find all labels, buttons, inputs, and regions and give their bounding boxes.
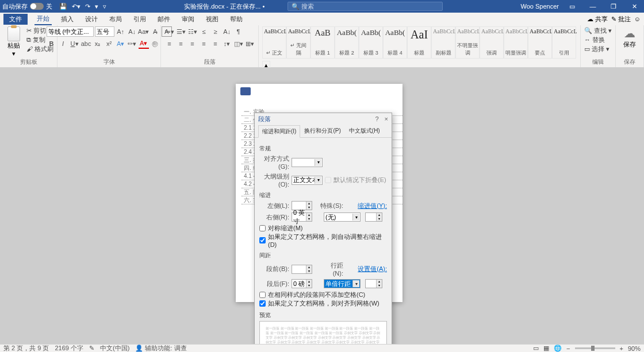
dialog-close-icon[interactable]: × [385, 115, 388, 122]
tab-view[interactable]: 视图 [204, 14, 221, 25]
increase-indent-icon[interactable]: ≥ [210, 26, 221, 37]
line-spacing-combo[interactable]: 单倍行距▾ [324, 279, 361, 288]
tab-layout[interactable]: 布局 [107, 14, 124, 25]
style-item-3[interactable]: AaBb(标题 2 [335, 26, 359, 59]
style-item-10[interactable]: AaBbCcL明显强调 [504, 26, 528, 59]
style-item-1[interactable]: AaBbCcL↵ 无间隔 [286, 26, 310, 59]
align-center-icon[interactable]: ≡ [176, 38, 186, 49]
indent-by-spin[interactable]: ▴▾ [365, 212, 382, 222]
auto-adjust-indent-checkbox[interactable]: 如果定义了文档网格，则自动调整右缩进(D) [259, 233, 387, 248]
focus-view-icon[interactable]: ▭ [533, 345, 539, 352]
font-color-icon[interactable]: A▾ [139, 38, 149, 49]
qat-more-icon[interactable]: ▾ [95, 3, 98, 10]
zoom-in-icon[interactable]: + [620, 345, 623, 352]
justify-icon[interactable]: ≡ [199, 38, 209, 49]
decrease-indent-icon[interactable]: ≤ [199, 26, 209, 37]
at-spin[interactable]: ▴▾ [365, 279, 382, 288]
bold-icon[interactable]: B [47, 38, 57, 49]
mirror-indent-checkbox[interactable]: 对称缩进(M) [259, 224, 387, 233]
zoom-level[interactable]: 90% [628, 345, 641, 352]
dialog-tab-indent[interactable]: 缩进和间距(I) [258, 125, 300, 138]
user-name[interactable]: Woo Spencer [521, 3, 559, 10]
tab-design[interactable]: 设计 [83, 14, 100, 25]
tab-help[interactable]: 帮助 [228, 14, 245, 25]
dialog-help-icon[interactable]: ? [375, 115, 378, 122]
text-effects-icon[interactable]: A▾ [116, 38, 126, 49]
style-item-12[interactable]: AaBbCcL引用 [552, 26, 576, 59]
collapse-checkbox[interactable]: 默认情况下折叠(E) [325, 176, 386, 184]
style-item-4[interactable]: AaBb(标题 3 [359, 26, 383, 59]
style-item-5[interactable]: AaBb(标题 4 [383, 26, 407, 59]
align-left-icon[interactable]: ≡ [164, 38, 175, 49]
redo-icon[interactable]: ↷ [85, 3, 90, 10]
tab-insert[interactable]: 插入 [59, 14, 76, 25]
undo-icon[interactable]: ↶▾ [72, 3, 80, 10]
save-to-cloud-button[interactable]: ☁ 保存 [619, 26, 640, 49]
comments-button[interactable]: ✎ 批注 [611, 15, 631, 24]
style-item-8[interactable]: AaBbCcL不明显强调 [455, 26, 480, 59]
spellcheck-icon[interactable]: ✎ [89, 345, 94, 352]
tab-references[interactable]: 引用 [131, 14, 148, 25]
nav-tab-icon[interactable] [240, 87, 251, 95]
close-icon[interactable]: ✕ [627, 3, 642, 10]
strikethrough-icon[interactable]: abc [81, 38, 91, 49]
superscript-icon[interactable]: x² [104, 38, 114, 49]
sort-icon[interactable]: A↓ [222, 26, 232, 37]
zoom-slider[interactable] [575, 347, 615, 349]
bullets-icon[interactable]: ≔▾ [164, 26, 175, 37]
search-input[interactable]: 🔍 搜索 [288, 2, 443, 11]
clear-format-icon[interactable]: A̶ [150, 26, 160, 37]
paste-button[interactable]: 粘贴▾ [3, 26, 24, 57]
indent-right-spin[interactable]: 0 英寸▴▾ [292, 212, 312, 222]
space-after-spin[interactable]: 0 磅▴▾ [292, 279, 312, 288]
increase-font-icon[interactable]: A↑ [116, 26, 126, 37]
select-button[interactable]: ▭ 选择 ▾ [584, 45, 612, 53]
dialog-tab-asian[interactable]: 中文版式(H) [345, 125, 384, 137]
autosave-toggle[interactable]: 自动保存 关 [2, 2, 52, 11]
change-case-icon[interactable]: Aa▾ [139, 26, 149, 37]
zoom-out-icon[interactable]: − [566, 345, 570, 352]
no-space-same-style-checkbox[interactable]: 在相同样式的段落间不添加空格(C) [259, 291, 387, 299]
style-item-0[interactable]: AaBbCcL↵ 正文 [262, 26, 286, 59]
tab-review[interactable]: 审阅 [179, 14, 197, 25]
font-size-select[interactable]: 五号 [95, 26, 114, 37]
outline-combo[interactable]: 正文文本▾ [292, 176, 323, 185]
page-count[interactable]: 第 2 页，共 9 页 [3, 344, 49, 352]
minimize-icon[interactable]: — [585, 3, 600, 10]
word-count[interactable]: 2169 个字 [55, 344, 83, 352]
maximize-icon[interactable]: ❐ [606, 3, 621, 10]
line-spacing-icon[interactable]: ↕▾ [222, 38, 232, 49]
style-item-11[interactable]: AaBbCcL要点 [528, 26, 552, 59]
multilevel-icon[interactable]: ☷▾ [187, 26, 198, 37]
align-right-icon[interactable]: ≡ [187, 38, 198, 49]
subscript-icon[interactable]: x₂ [93, 38, 103, 49]
tab-home[interactable]: 开始 [34, 13, 52, 25]
show-marks-icon[interactable]: ¶ [233, 26, 244, 37]
language-status[interactable]: 中文(中国) [100, 344, 129, 352]
web-layout-icon[interactable]: 🌐 [554, 345, 562, 352]
highlight-icon[interactable]: ✏▾ [127, 38, 137, 49]
share-button[interactable]: ☁ 共享 [587, 15, 608, 24]
shading-icon[interactable]: ◫▾ [233, 38, 244, 49]
print-layout-icon[interactable]: ▦ [543, 345, 549, 352]
italic-icon[interactable]: I [58, 38, 68, 49]
save-icon[interactable]: 💾 [59, 3, 67, 10]
smiley-icon[interactable]: ☺ [634, 16, 641, 22]
style-item-6[interactable]: AaI标题 [407, 26, 431, 59]
replace-button[interactable]: ↔ 替换 [584, 36, 612, 44]
style-item-7[interactable]: AaBbCcL副标题 [431, 26, 455, 59]
space-before-spin[interactable]: ▴▾ [292, 265, 312, 274]
alignment-combo[interactable]: ▾ [292, 158, 323, 167]
underline-icon[interactable]: U▾ [70, 38, 80, 49]
enclose-icon[interactable]: ㊞ [150, 38, 160, 49]
snap-to-grid-checkbox[interactable]: 如果定义了文档网格，则对齐到网格(W) [259, 299, 387, 308]
distribute-icon[interactable]: ≡ [210, 38, 221, 49]
tab-mailings[interactable]: 邮件 [155, 14, 172, 25]
ribbon-mode-icon[interactable]: ▭ [565, 3, 580, 10]
accessibility-status[interactable]: 👤 辅助功能: 调查 [135, 344, 186, 352]
tab-file[interactable]: 文件 [3, 14, 28, 25]
decrease-font-icon[interactable]: A↓ [127, 26, 137, 37]
special-combo[interactable]: (无)▾ [324, 212, 361, 222]
dialog-tab-linebreak[interactable]: 换行和分页(P) [300, 125, 344, 137]
borders-icon[interactable]: ⊞▾ [245, 38, 255, 49]
